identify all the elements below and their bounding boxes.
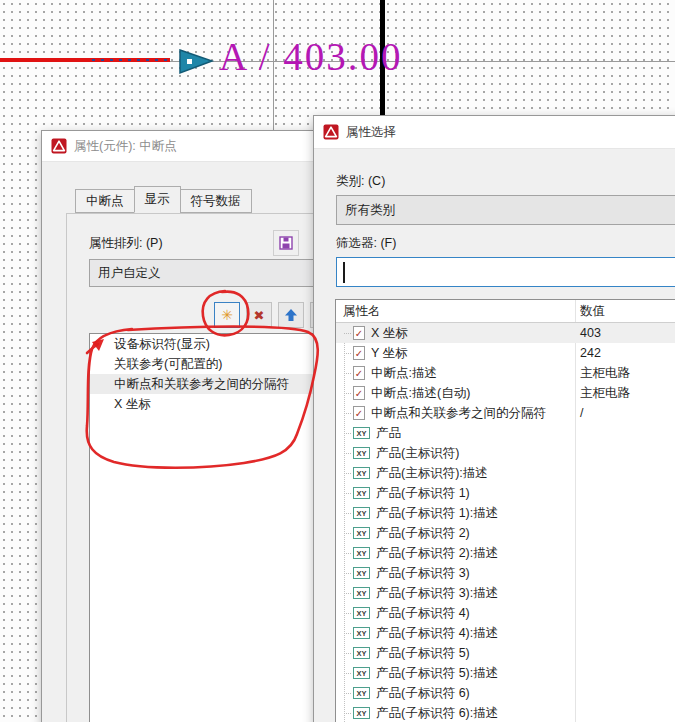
breakpoint-arrow-icon (178, 48, 216, 76)
property-type-icon[interactable] (353, 627, 370, 639)
eplan-logo-icon (51, 138, 67, 154)
property-type-icon[interactable] (353, 587, 370, 599)
property-type-icon[interactable] (353, 687, 370, 699)
table-row[interactable]: 产品(子标识符 2) (336, 523, 675, 543)
tree-stub (344, 433, 351, 434)
list-item-label: 中断点和关联参考之间的分隔符 (114, 377, 289, 391)
property-name: 产品(子标识符 5):描述 (376, 665, 498, 682)
property-type-icon[interactable] (353, 547, 370, 559)
property-value: 403 (580, 326, 601, 340)
property-name: X 坐标 (371, 325, 408, 342)
table-row[interactable]: 产品(子标识符 6) (336, 683, 675, 703)
new-property-button[interactable]: ✳ (214, 302, 240, 328)
wire-selection-dashes (92, 59, 168, 61)
property-name: 产品(主标识符):描述 (376, 465, 488, 482)
property-type-icon[interactable] (353, 707, 370, 719)
table-row[interactable]: 中断点:描述(自动) 主柜电路 (336, 383, 675, 403)
table-row[interactable]: 中断点:描述 主柜电路 (336, 363, 675, 383)
list-item[interactable]: X 坐标 (90, 394, 340, 414)
property-value: / (580, 406, 583, 420)
table-body: X 坐标 403 Y 坐标 242 中断点:描述 主柜电路 中断点:描述(自动) (336, 323, 675, 722)
property-type-icon[interactable] (353, 607, 370, 619)
property-type-icon[interactable] (353, 567, 370, 579)
list-item-label: X 坐标 (114, 397, 151, 411)
tree-stub (344, 613, 351, 614)
property-type-icon[interactable] (353, 447, 370, 459)
table-row[interactable]: 产品(子标识符 1) (336, 483, 675, 503)
property-type-icon[interactable] (353, 647, 370, 659)
list-item[interactable]: 关联参考(可配置的) (90, 354, 340, 374)
table-row[interactable]: 产品(子标识符 4):描述 (336, 623, 675, 643)
property-type-icon[interactable] (353, 527, 370, 539)
breakpoint-reference-label: A / 403.00 (219, 34, 403, 79)
property-name: 中断点和关联参考之间的分隔符 (371, 405, 546, 422)
property-type-icon[interactable] (353, 487, 370, 499)
property-table[interactable]: 属性名 数值 X 坐标 403 Y 坐标 242 中断点:描述 (335, 299, 675, 722)
tree-stub (344, 533, 351, 534)
category-combobox[interactable]: 所有类别 (336, 195, 675, 225)
property-name: 产品(子标识符 5) (376, 645, 470, 662)
property-name: 产品(子标识符 1) (376, 485, 470, 502)
property-name: 产品(子标识符 2):描述 (376, 545, 498, 562)
column-header-name: 属性名 (343, 300, 381, 322)
table-row[interactable]: 产品(子标识符 2):描述 (336, 543, 675, 563)
property-type-icon[interactable] (353, 507, 370, 519)
tree-stub (344, 693, 351, 694)
move-up-button[interactable] (278, 302, 304, 328)
table-row[interactable]: 产品 (336, 423, 675, 443)
table-row[interactable]: X 坐标 403 (336, 323, 675, 343)
table-row[interactable]: 中断点和关联参考之间的分隔符 / (336, 403, 675, 423)
tree-stub (344, 513, 351, 514)
table-row[interactable]: 产品(子标识符 3) (336, 563, 675, 583)
arrangement-combobox[interactable]: 用户自定义 (89, 259, 341, 287)
table-row[interactable]: 产品(主标识符):描述 (336, 463, 675, 483)
property-type-icon[interactable] (353, 386, 365, 400)
tab-breakpoint[interactable]: 中断点 (75, 189, 135, 213)
property-name: 产品(子标识符 3):描述 (376, 585, 498, 602)
property-value: 主柜电路 (580, 365, 630, 382)
property-type-icon[interactable] (353, 366, 365, 380)
table-row[interactable]: 产品(子标识符 6):描述 (336, 703, 675, 722)
properties-dialog-title: 属性(元件): 中断点 (74, 138, 177, 155)
asterisk-star-icon: ✳ (221, 308, 233, 322)
property-type-icon[interactable] (353, 326, 365, 340)
table-row[interactable]: 产品(子标识符 5) (336, 643, 675, 663)
filter-input[interactable] (336, 257, 675, 287)
eplan-logo-icon (323, 124, 339, 140)
tree-stub (344, 493, 351, 494)
property-type-icon[interactable] (353, 467, 370, 479)
list-item[interactable]: 中断点和关联参考之间的分隔符 (90, 374, 340, 394)
arranged-properties-list[interactable]: 设备标识符(显示) 关联参考(可配置的) 中断点和关联参考之间的分隔符 X 坐标 (89, 333, 341, 722)
property-type-icon[interactable] (353, 346, 365, 360)
table-row[interactable]: 产品(子标识符 1):描述 (336, 503, 675, 523)
tree-stub (344, 453, 351, 454)
tree-stub (344, 553, 351, 554)
property-type-icon[interactable] (353, 427, 370, 439)
table-row[interactable]: Y 坐标 242 (336, 343, 675, 363)
category-value: 所有类别 (345, 202, 395, 219)
table-row[interactable]: 产品(子标识符 5):描述 (336, 663, 675, 683)
property-value: 242 (580, 346, 601, 360)
table-row[interactable]: 产品(主标识符) (336, 443, 675, 463)
properties-dialog-titlebar[interactable]: 属性(元件): 中断点 (42, 131, 340, 162)
list-item-label: 设备标识符(显示) (114, 337, 210, 351)
table-row[interactable]: 产品(子标识符 3):描述 (336, 583, 675, 603)
tab-display[interactable]: 显示 (134, 186, 181, 213)
property-type-icon[interactable] (353, 406, 365, 420)
tree-stub (344, 713, 351, 714)
tree-stub (344, 573, 351, 574)
table-row[interactable]: 产品(子标识符 4) (336, 603, 675, 623)
tree-stub (344, 593, 351, 594)
property-selection-titlebar[interactable]: 属性选择 (314, 116, 675, 149)
column-header-value: 数值 (580, 300, 605, 322)
delete-property-button[interactable]: ✖ (246, 302, 272, 328)
property-name: 产品(子标识符 1):描述 (376, 505, 498, 522)
property-name: 产品(子标识符 3) (376, 565, 470, 582)
property-name: 产品(子标识符 6):描述 (376, 705, 498, 722)
tree-stub (344, 353, 351, 354)
property-selection-dialog: 属性选择 类别: (C) 所有类别 筛选器: (F) 属性名 数值 X 坐标 4… (313, 115, 675, 722)
save-arrangement-button[interactable] (273, 230, 299, 256)
tab-symbol-data[interactable]: 符号数据 (180, 189, 252, 213)
list-item[interactable]: 设备标识符(显示) (90, 334, 340, 354)
property-type-icon[interactable] (353, 667, 370, 679)
